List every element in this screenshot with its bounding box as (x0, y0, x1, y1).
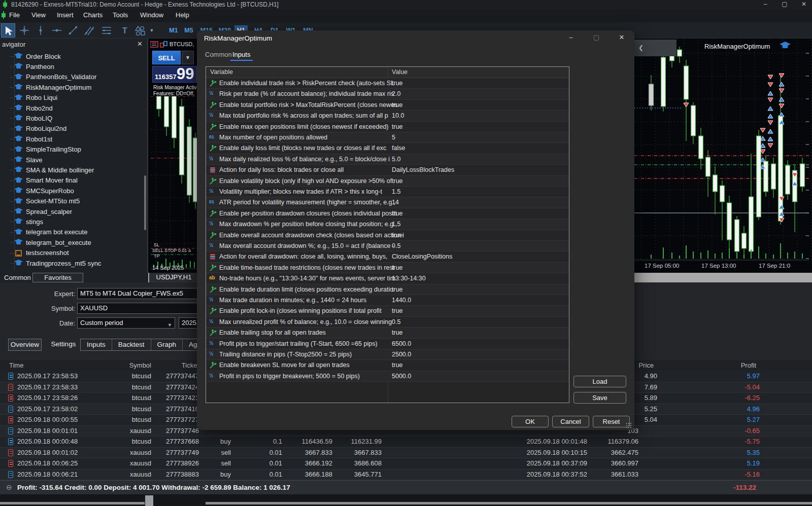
sidebar-item-sma-middle-bollinger[interactable]: SMA & Middle bollinger (14, 165, 156, 175)
cancel-button[interactable]: Cancel (552, 416, 589, 427)
param-value[interactable]: true (392, 232, 403, 239)
menu-file[interactable]: File (9, 11, 20, 19)
param-row[interactable]: Enable overall account drawdown check (c… (206, 230, 569, 241)
param-row[interactable]: 01ATR period for volatility measurement … (206, 197, 569, 208)
param-row[interactable]: ½Trailing distance in pips (T-Stop2500 =… (206, 349, 569, 360)
menu-insert[interactable]: Insert (57, 11, 74, 19)
param-row[interactable]: ½Max drawdown % per position before clos… (206, 219, 569, 230)
col-variable[interactable]: Variable (210, 68, 233, 76)
param-value[interactable]: true (392, 307, 403, 314)
param-value[interactable]: false (392, 144, 405, 152)
menu-charts[interactable]: Charts (83, 11, 103, 19)
sidebar-item-robo-liqui[interactable]: Robo Liqui (14, 93, 156, 103)
param-value[interactable]: true (392, 264, 403, 271)
sell-dropdown-button[interactable]: ▼ (182, 51, 194, 64)
tab-overview[interactable]: Overview (8, 339, 42, 351)
param-row[interactable]: Enable individual trade risk > RiskPerce… (206, 78, 569, 89)
param-row[interactable]: Enable trailing stop for all open trades… (206, 328, 569, 338)
timeframe-m1[interactable]: M1 (167, 25, 180, 35)
sidebar-item-riskmanageroptimum[interactable]: RiskManagerOptimum (14, 82, 156, 92)
param-value[interactable]: 10.0 (392, 112, 404, 119)
vertical-line-tool[interactable] (33, 23, 48, 38)
resize-gutter[interactable] (145, 495, 153, 506)
sidebar-item-socket-mt5to-mt5[interactable]: Socket-MT5to mt5 (14, 196, 156, 206)
navigator-scrollbar[interactable] (144, 175, 146, 230)
menu-tools[interactable]: Tools (113, 11, 128, 19)
param-value[interactable]: 5000.0 (392, 373, 411, 380)
param-value[interactable]: 0.5 (392, 318, 400, 326)
tab-inputs[interactable]: Inputs (81, 339, 112, 350)
param-row[interactable]: 01Max number of open positions allowed5 (206, 132, 569, 143)
param-value[interactable]: true (392, 101, 403, 109)
dialog-close-button[interactable]: ✕ (614, 33, 629, 41)
param-value[interactable]: 6500.0 (392, 340, 411, 347)
sidebar-item-testscreenshot[interactable]: testscreenshot (14, 248, 156, 258)
shapes-tool[interactable] (133, 23, 147, 38)
param-row[interactable]: Enable total portfolio risk > MaxTotalRi… (206, 100, 569, 111)
param-row[interactable]: Enable volatility block (only if high vo… (206, 176, 569, 187)
param-row[interactable]: Enable time-based trade restrictions (cl… (206, 263, 569, 273)
table-row[interactable]: 2025.09.18 00:00:48btcusd277737668buy0.1… (0, 437, 812, 448)
resize-grip[interactable] (626, 422, 632, 428)
param-row[interactable]: ½Max daily realized loss % of balance; e… (206, 154, 569, 165)
fibonacci-tool[interactable] (99, 23, 114, 38)
sidebar-item-smart-mover-final[interactable]: Smart Mover final (14, 175, 156, 186)
horizontal-line-tool[interactable] (50, 23, 64, 38)
table-row[interactable]: 2025.09.18 00:01:02xauusd277737749sell0.… (0, 448, 812, 459)
dialog-tab-common[interactable]: Common (205, 51, 232, 58)
sidebar-item-simpletrailingstop[interactable]: SimpleTrailingStop (14, 144, 156, 155)
right-chart-canvas[interactable]: 17 Sep 05:0017 Sep 13:0017 Sep 21:0 (634, 40, 812, 273)
param-value[interactable]: true (392, 210, 403, 217)
param-row[interactable]: ½Max total portfolio risk % across all o… (206, 111, 569, 121)
param-value[interactable]: 5.0 (392, 156, 400, 163)
param-value[interactable]: 13:30-14:30 (392, 275, 426, 282)
tab-common[interactable]: Common (4, 274, 31, 281)
param-row[interactable]: Action for daily loss: block trades or c… (206, 165, 569, 175)
param-value[interactable]: true (392, 123, 403, 130)
col-value[interactable]: Value (392, 68, 408, 76)
param-value[interactable]: 0.5 (392, 242, 400, 249)
sidebar-item-telegram-bot-execute[interactable]: telegram bot execute (14, 227, 156, 237)
param-value[interactable]: DailyLossBlockTrades (392, 166, 454, 173)
sidebar-item-order-block[interactable]: Order Block (14, 51, 156, 61)
param-row[interactable]: ½Max trade duration in minutes; e.g., 14… (206, 295, 569, 306)
sidebar-item-tradingprozess-mt5-sync[interactable]: Tradingprozess_mt5 sync (14, 258, 156, 268)
maximize-button[interactable]: ▢ (777, 1, 792, 8)
close-button[interactable]: ✕ (797, 1, 811, 8)
param-row[interactable]: Enable per-position drawdown closures (c… (206, 208, 569, 219)
param-value[interactable]: 1.5 (392, 221, 400, 228)
menu-view[interactable]: View (31, 11, 46, 19)
sidebar-item-robo2nd[interactable]: Robo2nd (14, 103, 156, 113)
sidebar-item-smcsuperrobo[interactable]: SMCSuperRobo (14, 186, 156, 196)
menu-window[interactable]: Window (140, 11, 163, 19)
sidebar-item-roboliqui2nd[interactable]: RoboLiqui2nd (14, 124, 156, 134)
tab-favorites[interactable]: Favorites (32, 273, 83, 282)
save-button[interactable]: Save (573, 392, 626, 404)
param-value[interactable]: true (392, 286, 403, 293)
param-row[interactable]: ½Max overall account drawdown %; e.g., 1… (206, 241, 569, 251)
param-row[interactable]: ½Max unrealized profit % of balance; e.g… (206, 317, 569, 328)
param-row[interactable]: Enable daily loss limit (blocks new trad… (206, 143, 569, 154)
param-value[interactable]: true (392, 362, 403, 369)
table-row[interactable]: 2025.09.18 00:06:21xauusd277738883buy0.0… (0, 469, 812, 481)
date-mode-select[interactable]: Custom period ▼ (77, 317, 175, 329)
tab-graph[interactable]: Graph (151, 339, 183, 350)
minimize-button[interactable]: – (758, 1, 772, 8)
sidebar-item-stings[interactable]: stings (14, 216, 156, 227)
timeframe-m5[interactable]: M5 (183, 25, 195, 35)
col-ticket[interactable]: Ticket (97, 362, 199, 369)
scrollbar-left[interactable] (0, 502, 145, 504)
param-row[interactable]: Enable profit lock-in (closes winning po… (206, 306, 569, 316)
tools-dropdown-icon[interactable]: ▼ (148, 23, 155, 38)
load-button[interactable]: Load (573, 376, 626, 387)
sell-button[interactable]: SELL (152, 51, 181, 64)
sidebar-item-pantheonbots-validator[interactable]: PantheonBots_Validator (14, 72, 156, 82)
navigator-close-icon[interactable]: ✕ (137, 40, 143, 48)
cursor-tool[interactable] (1, 23, 15, 38)
tab-backtest[interactable]: Backtest (112, 339, 151, 350)
col-profit[interactable]: Profit (655, 362, 756, 369)
param-value[interactable]: 14 (392, 199, 399, 206)
col-time[interactable]: Time (9, 362, 23, 369)
param-value[interactable]: CloseLosingPositions (392, 253, 453, 260)
param-value[interactable]: 1.5 (392, 188, 400, 195)
